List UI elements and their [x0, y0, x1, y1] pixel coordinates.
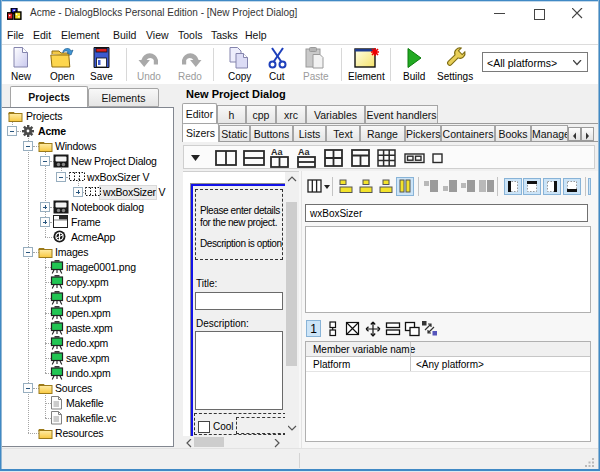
svg-text:Aa: Aa — [298, 147, 310, 157]
svg-text:Aa: Aa — [271, 147, 283, 157]
